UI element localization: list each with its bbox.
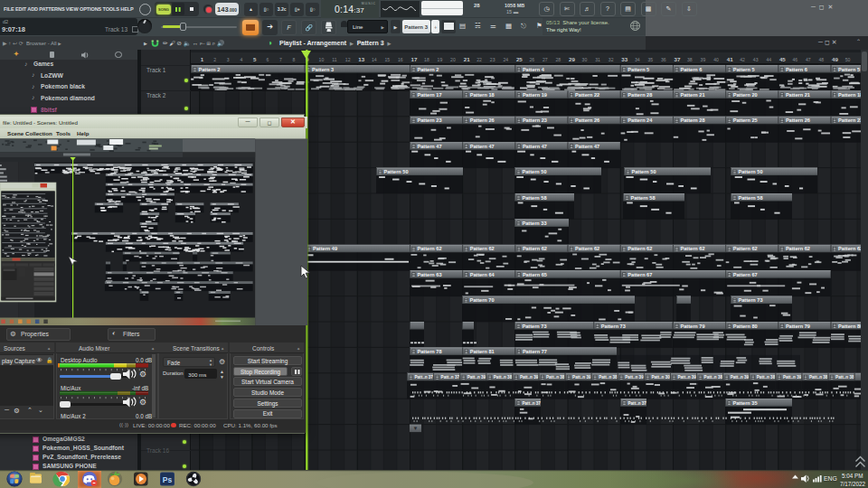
svg-text:24: 24 <box>503 57 508 62</box>
svg-text:Patt..n 39: Patt..n 39 <box>467 375 486 380</box>
svg-text:Pattern 50: Pattern 50 <box>632 169 656 174</box>
svg-text:Pattern 50: Pattern 50 <box>384 169 409 174</box>
svg-text:36: 36 <box>661 57 666 62</box>
svg-text:Pattern 64: Pattern 64 <box>470 272 495 277</box>
svg-text:26: 26 <box>530 57 535 62</box>
svg-text:Pattern 20: Pattern 20 <box>733 92 758 98</box>
svg-text:Patt..n 37: Patt..n 37 <box>628 401 647 406</box>
svg-text:20: 20 <box>450 57 456 62</box>
svg-text:Pattern 73: Pattern 73 <box>523 324 547 329</box>
svg-text:▼: ▼ <box>413 426 419 431</box>
svg-text:Patt..n 30: Patt..n 30 <box>651 375 670 380</box>
svg-text:7: 7 <box>279 57 282 62</box>
svg-text:Pattern 23: Pattern 23 <box>523 117 547 123</box>
svg-text:Pattern 58: Pattern 58 <box>739 195 763 201</box>
svg-text:Pattern 47: Pattern 47 <box>470 144 495 149</box>
svg-text:Pattern 5: Pattern 5 <box>733 67 755 72</box>
svg-text:17: 17 <box>411 56 418 62</box>
svg-text:Pattern 80: Pattern 80 <box>838 324 863 329</box>
svg-text:Patt..n 37: Patt..n 37 <box>441 375 460 380</box>
svg-text:Pattern 50: Pattern 50 <box>523 169 547 174</box>
svg-text:Pattern 70: Pattern 70 <box>470 297 495 303</box>
svg-text:Pattern 26: Pattern 26 <box>786 117 810 123</box>
svg-text:39: 39 <box>701 57 706 62</box>
svg-text:50: 50 <box>845 57 851 62</box>
svg-text:35: 35 <box>647 57 653 62</box>
svg-text:Pattern 2: Pattern 2 <box>418 67 439 72</box>
svg-text:Pattern 58: Pattern 58 <box>631 195 656 201</box>
svg-text:Pattern 62: Pattern 62 <box>575 246 599 251</box>
svg-text:Pattern 28: Pattern 28 <box>627 92 652 98</box>
svg-text:Patt..n 38: Patt..n 38 <box>757 375 776 380</box>
svg-text:Pattern 47: Pattern 47 <box>418 144 442 149</box>
svg-text:5: 5 <box>253 56 257 62</box>
svg-text:Pattern 67: Pattern 67 <box>733 272 758 277</box>
svg-text:2: 2 <box>213 57 216 62</box>
svg-text:28: 28 <box>556 57 561 62</box>
svg-text:11: 11 <box>332 57 336 62</box>
svg-text:Pattern 2: Pattern 2 <box>199 67 221 72</box>
svg-text:29: 29 <box>569 56 575 62</box>
svg-text:Pattern 79: Pattern 79 <box>786 324 810 329</box>
svg-text:43: 43 <box>753 57 759 62</box>
svg-text:8: 8 <box>293 57 296 62</box>
svg-text:Pattern 33: Pattern 33 <box>523 221 547 226</box>
svg-text:Patt..n 38: Patt..n 38 <box>809 375 828 380</box>
svg-text:Patt..n 39: Patt..n 39 <box>625 375 644 380</box>
svg-text:Pattern 50: Pattern 50 <box>739 169 763 174</box>
svg-text:Pattern 5: Pattern 5 <box>838 67 860 72</box>
svg-text:Patt..n 38: Patt..n 38 <box>599 375 618 380</box>
svg-text:25: 25 <box>516 56 523 62</box>
svg-text:Pattern 22: Pattern 22 <box>575 92 599 98</box>
svg-text:6: 6 <box>266 57 269 62</box>
svg-text:Pattern 62: Pattern 62 <box>681 246 705 251</box>
svg-text:Pattern 67: Pattern 67 <box>627 272 652 277</box>
svg-text:Patt..n 37: Patt..n 37 <box>415 375 434 380</box>
svg-text:Pattern 62: Pattern 62 <box>733 246 758 251</box>
svg-text:Pattern 18: Pattern 18 <box>470 92 495 98</box>
svg-text:Pattern 3: Pattern 3 <box>312 67 334 72</box>
svg-text:Pattern 19: Pattern 19 <box>523 92 547 98</box>
svg-text:Pattern 25: Pattern 25 <box>733 117 758 123</box>
svg-text:Pattern 77: Pattern 77 <box>523 349 547 354</box>
svg-text:30: 30 <box>582 57 588 62</box>
svg-text:47: 47 <box>806 57 811 62</box>
svg-text:Pattern 58: Pattern 58 <box>523 195 547 201</box>
svg-text:Pattern 62: Pattern 62 <box>418 246 442 251</box>
svg-text:38: 38 <box>687 57 693 62</box>
svg-text:Patt..n 38: Patt..n 38 <box>835 375 854 380</box>
svg-text:Pattern 62: Pattern 62 <box>627 246 652 251</box>
svg-text:Patt..n 39: Patt..n 39 <box>572 375 591 380</box>
svg-text:Pattern 62: Pattern 62 <box>470 246 495 251</box>
svg-text:Pattern 4: Pattern 4 <box>523 67 545 72</box>
svg-text:21: 21 <box>464 56 470 62</box>
svg-text:27: 27 <box>542 57 548 62</box>
svg-text:13: 13 <box>358 56 364 62</box>
svg-text:Pattern 6: Pattern 6 <box>681 67 703 72</box>
svg-text:Pattern 28: Pattern 28 <box>681 117 705 123</box>
svg-text:Patt..n 39: Patt..n 39 <box>731 375 750 380</box>
svg-text:44: 44 <box>766 57 771 62</box>
svg-text:Pattern 63: Pattern 63 <box>418 272 442 277</box>
svg-text:48: 48 <box>819 57 825 62</box>
svg-text:15: 15 <box>384 57 390 62</box>
svg-text:Pattern 62: Pattern 62 <box>838 246 863 251</box>
svg-text:Pattern 35: Pattern 35 <box>733 400 758 406</box>
svg-text:41: 41 <box>727 56 733 62</box>
svg-text:Pattern 62: Pattern 62 <box>786 246 810 251</box>
svg-text:Pattern 62: Pattern 62 <box>523 246 547 251</box>
svg-text:Pattern 65: Pattern 65 <box>523 272 547 277</box>
svg-text:Patt..n 38: Patt..n 38 <box>546 375 565 380</box>
svg-text:31: 31 <box>595 57 600 62</box>
svg-text:Patt..n 39: Patt..n 39 <box>678 375 697 380</box>
svg-text:Pattern 5: Pattern 5 <box>627 67 649 72</box>
svg-text:34: 34 <box>635 57 640 62</box>
svg-text:45: 45 <box>779 56 786 62</box>
svg-text:Pattern 26: Pattern 26 <box>470 117 495 123</box>
svg-text:42: 42 <box>740 57 745 62</box>
svg-text:Pattern 21: Pattern 21 <box>786 92 810 98</box>
svg-text:10: 10 <box>319 57 325 62</box>
svg-text:Pattern 73: Pattern 73 <box>739 297 763 303</box>
svg-text:37: 37 <box>675 56 681 62</box>
svg-text:32: 32 <box>609 57 614 62</box>
